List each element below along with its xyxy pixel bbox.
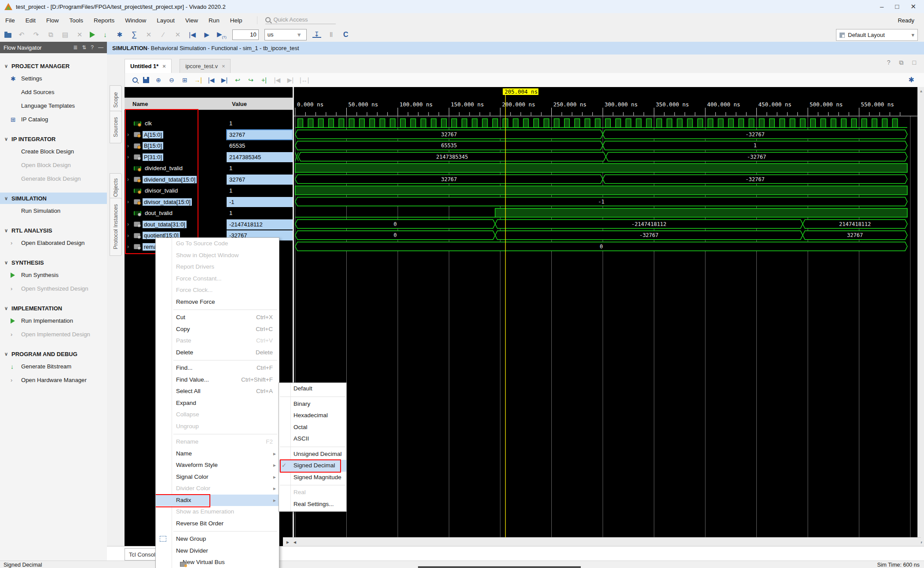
- radix-menu-item-signed-decimal[interactable]: ✓Signed Decimal: [279, 460, 346, 472]
- value-column-header[interactable]: Value: [226, 101, 247, 107]
- ctx-menu-item-find-value[interactable]: Find Value...Ctrl+Shift+F: [156, 374, 279, 386]
- tab-ipcore-test-v[interactable]: ipcore_test.v×: [180, 59, 231, 73]
- signal-value-a-15-0[interactable]: 32767: [227, 130, 293, 140]
- ctx-menu-item-delete[interactable]: DeleteDelete: [156, 347, 279, 359]
- scroll-right-icon[interactable]: ▸: [286, 539, 289, 545]
- ctx-menu-item-radix[interactable]: Radix▸: [156, 495, 279, 506]
- ctx-menu-item-rename[interactable]: RenameF2: [156, 436, 279, 448]
- scroll-up-icon[interactable]: ▴: [918, 87, 924, 93]
- add-marker-icon[interactable]: +|: [260, 76, 268, 84]
- name-column-header[interactable]: Name: [125, 101, 226, 107]
- horizontal-scrollbar[interactable]: ▸ ◂: [283, 537, 921, 546]
- copy-icon[interactable]: ⧉: [46, 31, 55, 39]
- ctx-menu-item-ungroup[interactable]: Ungroup: [156, 421, 279, 433]
- wave-search-icon[interactable]: [132, 77, 138, 83]
- marker-next-icon[interactable]: ▶|: [286, 76, 294, 84]
- chevron-down-icon[interactable]: ∨: [4, 351, 8, 357]
- flownav-section-title-simulation[interactable]: ∨SIMULATION: [0, 193, 107, 204]
- tab-untitled-1[interactable]: Untitled 1*×: [125, 59, 172, 73]
- help-icon[interactable]: ?: [91, 44, 94, 51]
- menu-edit[interactable]: Edit: [20, 15, 41, 25]
- marker-prev-icon[interactable]: |◀: [273, 76, 281, 84]
- flownav-item-ip-catalog[interactable]: ⊞IP Catalog: [0, 113, 107, 126]
- chevron-down-icon[interactable]: ∨: [4, 306, 8, 311]
- ctx-menu-item-force-clock[interactable]: Force Clock...: [156, 284, 279, 296]
- restart-sim-icon[interactable]: |◀: [188, 31, 197, 39]
- maximize-panel-icon[interactable]: □: [913, 59, 916, 66]
- undo-icon[interactable]: ↶: [17, 31, 26, 39]
- goto-time-cursor-icon[interactable]: →|: [194, 76, 202, 84]
- ctx-menu-item-collapse[interactable]: Collapse: [156, 409, 279, 421]
- chevron-down-icon[interactable]: ∨: [4, 260, 8, 266]
- ctx-menu-item-show-as-enumeration[interactable]: Show as Enumeration: [156, 506, 279, 518]
- run-button-icon[interactable]: [90, 32, 95, 38]
- wave-settings-gear-icon[interactable]: ✱: [909, 76, 914, 84]
- ctx-menu-item-reverse-bit-order[interactable]: Reverse Bit Order: [156, 518, 279, 530]
- help-icon[interactable]: ?: [887, 59, 891, 66]
- close-icon[interactable]: ×: [162, 63, 166, 69]
- radix-menu-item-signed-magnitude[interactable]: Signed Magnitude: [279, 472, 346, 484]
- zoom-out-icon[interactable]: ⊖: [168, 76, 176, 84]
- chevron-down-icon[interactable]: ∨: [4, 196, 8, 201]
- flownav-item-open-elaborated-design[interactable]: ›Open Elaborated Design: [0, 236, 107, 250]
- signal-value-divisor-tdata-15-0[interactable]: -1: [227, 197, 293, 207]
- menu-view[interactable]: View: [180, 15, 203, 25]
- flownav-item-run-implementation[interactable]: Run Implementation: [0, 314, 107, 328]
- ctx-menu-item-remove-force[interactable]: Remove Force: [156, 296, 279, 308]
- run-for-time-icon[interactable]: ▶(T): [217, 30, 227, 39]
- ctx-menu-item-waveform-style[interactable]: Waveform Style▸: [156, 459, 279, 471]
- run-time-unit-select[interactable]: us ▾: [264, 29, 307, 40]
- signal-value-dividend-tvalid[interactable]: 1: [227, 163, 293, 173]
- menu-file[interactable]: File: [0, 15, 20, 25]
- menu-flow[interactable]: Flow: [41, 15, 64, 25]
- ctx-menu-item-signal-color[interactable]: Signal Color▸: [156, 471, 279, 483]
- flownav-item-settings[interactable]: ✱Settings: [0, 72, 107, 85]
- side-tab-protocol-instances[interactable]: Protocol Instances: [110, 198, 122, 256]
- collapse-all-icon[interactable]: ≣: [73, 44, 77, 51]
- flownav-item-language-templates[interactable]: Language Templates: [0, 99, 107, 113]
- ctx-menu-item-new-group[interactable]: New Group: [156, 533, 279, 545]
- radix-menu-item-ascii[interactable]: ASCII: [279, 433, 346, 445]
- minimize-button[interactable]: –: [880, 3, 884, 11]
- paste-icon[interactable]: ▤: [61, 31, 70, 39]
- flownav-item-open-implemented-design[interactable]: ›Open Implemented Design: [0, 328, 107, 341]
- run-all-icon[interactable]: ▶: [202, 31, 211, 39]
- chevron-down-icon[interactable]: ∨: [4, 228, 8, 233]
- delete-icon[interactable]: ✕: [75, 31, 84, 39]
- ctx-menu-item-force-constant[interactable]: Force Constant...: [156, 273, 279, 285]
- step-icon[interactable]: ↧: [312, 31, 321, 38]
- signal-value-clk[interactable]: 1: [227, 118, 293, 128]
- chevron-down-icon[interactable]: ∨: [4, 63, 8, 69]
- flownav-item-generate-bitstream[interactable]: ↓Generate Bitstream: [0, 360, 107, 373]
- close-icon[interactable]: ×: [222, 63, 225, 69]
- scroll-left-icon[interactable]: ◂: [293, 539, 296, 545]
- ctx-menu-item-new-virtual-bus[interactable]: New Virtual Bus: [156, 557, 279, 568]
- minimize-panel-icon[interactable]: —: [98, 44, 103, 51]
- flownav-item-open-synthesized-design[interactable]: ›Open Synthesized Design: [0, 282, 107, 295]
- flownav-section-title-project-manager[interactable]: ∨PROJECT MANAGER: [0, 60, 107, 72]
- menu-help[interactable]: Help: [225, 15, 248, 25]
- flownav-item-add-sources[interactable]: Add Sources: [0, 85, 107, 99]
- expand-collapse-icon[interactable]: ⇅: [82, 44, 86, 51]
- ctx-menu-item-name[interactable]: Name▸: [156, 448, 279, 460]
- zoom-fit-icon[interactable]: ⊞: [181, 76, 189, 84]
- radix-menu-item-default[interactable]: Default: [279, 383, 346, 395]
- zoom-in-icon[interactable]: ⊕: [154, 76, 162, 84]
- marker-span-icon[interactable]: |↔|: [300, 76, 309, 84]
- relaunch-icon[interactable]: C: [341, 31, 350, 39]
- add-cursor-icon[interactable]: ↪: [247, 76, 255, 84]
- run-time-input[interactable]: [232, 29, 259, 40]
- flownav-section-title-ip-integrator[interactable]: ∨IP INTEGRATOR: [0, 133, 107, 145]
- settings-gear-icon[interactable]: ✱: [115, 31, 124, 39]
- flownav-item-open-hardware-manager[interactable]: ›Open Hardware Manager: [0, 373, 107, 387]
- signal-value-dividend-tdata-15-0[interactable]: 32767: [227, 175, 293, 185]
- ctx-menu-item-divider-color[interactable]: Divider Color▸: [156, 483, 279, 495]
- ctx-menu-item-cut[interactable]: CutCtrl+X: [156, 312, 279, 324]
- float-panel-icon[interactable]: ⧉: [899, 59, 904, 66]
- close-button[interactable]: ✕: [910, 3, 916, 11]
- radix-menu-item-hexadecimal[interactable]: Hexadecimal: [279, 410, 346, 422]
- open-project-icon[interactable]: [4, 33, 11, 38]
- swap-cursors-icon[interactable]: ↩: [234, 76, 242, 84]
- flownav-section-title-program-and-debug[interactable]: ∨PROGRAM AND DEBUG: [0, 348, 107, 360]
- layout-selector[interactable]: Default Layout ▾: [836, 29, 918, 41]
